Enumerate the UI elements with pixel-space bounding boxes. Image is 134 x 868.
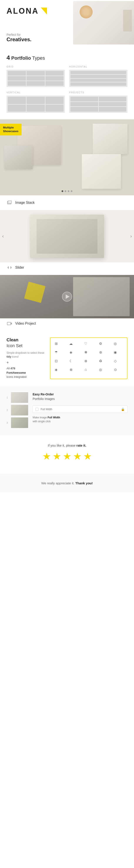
star-3[interactable]: ★	[63, 451, 71, 462]
icon-set-tidy: tidy	[6, 355, 11, 358]
image-stack-label: Image Stack	[15, 201, 34, 205]
portfolio-item-horizontal: HORIZONTAL	[69, 65, 128, 87]
showcase-image-3	[4, 145, 33, 169]
reorder-thumb-item-2: 2	[6, 405, 28, 415]
portfolio-thumb-grid	[6, 70, 65, 87]
icon-cell: ❋	[82, 349, 89, 356]
stars-row: ★ ★ ★ ★ ★	[6, 451, 128, 462]
slider-arrow-right-icon[interactable]: ›	[130, 234, 132, 239]
thumb-cell	[8, 97, 26, 104]
thumb-cell	[27, 71, 45, 75]
portfolio-item-projects: PROJECTS	[69, 91, 128, 113]
icon-cell: ☁	[68, 340, 74, 347]
portfolio-thumb-projects	[69, 95, 128, 113]
reorder-right: Easy Re-Order Portfolio Images Full Widt…	[33, 392, 128, 423]
thumb-cell	[99, 107, 126, 112]
icon-cell: ⊙	[112, 366, 119, 373]
portfolio-item-vertical: VERTICAL	[6, 91, 65, 113]
video-play-icon[interactable]	[61, 291, 73, 302]
showcase-image-2	[93, 124, 128, 154]
thankyou-line2: Thank you!	[75, 481, 93, 485]
logo-text: ALONA	[6, 6, 39, 16]
portfolio-section: 4 Portfolio Types GRID HORIZONTAL	[0, 48, 134, 119]
reorder-title: Easy Re-Order Portfolio Images	[33, 392, 128, 401]
portfolio-count: 4	[6, 54, 10, 61]
icon-cell: ☂	[53, 349, 60, 356]
reorder-thumb-image-1	[11, 392, 28, 403]
star-5[interactable]: ★	[83, 451, 92, 462]
showcase-dot[interactable]	[68, 190, 70, 192]
header-image-placeholder	[73, 1, 134, 44]
icon-cell: ⌂	[82, 366, 89, 373]
thumb-cell	[46, 104, 63, 112]
showcases-badge: Multiple Showcases	[0, 124, 22, 135]
thankyou-text: We really appreciate it. Thank you!	[6, 480, 128, 486]
reorder-thumb-image-3	[11, 417, 28, 428]
portfolio-thumb-vertical	[6, 95, 65, 113]
rating-text-bold: rate it.	[76, 443, 86, 447]
showcases-badge-line2: Showcases	[3, 129, 19, 133]
count-fa: FontAwesome	[6, 371, 26, 374]
fullwidth-desc-bold: Full Width	[48, 416, 60, 419]
count-num: 479	[10, 367, 15, 370]
reorder-thumb-image-2	[11, 405, 28, 415]
fullwidth-desc-suffix: with single click	[33, 420, 51, 423]
portfolio-label-grid: GRID	[6, 65, 14, 68]
svg-marker-2	[7, 266, 9, 269]
header-decorative-images	[66, 0, 134, 45]
fullwidth-desc: Make image Full Width with single click	[33, 415, 128, 423]
star-4[interactable]: ★	[73, 451, 82, 462]
header-section: ALONA Perfect for Creatives.	[0, 0, 134, 48]
fullwidth-checkbox[interactable]	[35, 408, 38, 411]
thumb-cell	[46, 71, 63, 75]
reorder-num-3: 3	[6, 422, 9, 424]
video-icon	[6, 320, 12, 327]
icon-set-plus: +	[6, 361, 46, 365]
icon-cell: ⊡	[53, 358, 60, 364]
thumb-cell	[27, 81, 45, 86]
icon-set-subtitle: Icon Set	[6, 343, 46, 348]
slider-label-row: Slider	[0, 262, 134, 275]
thumb-cell	[46, 97, 63, 104]
thumb-cell	[46, 76, 63, 81]
slider-arrow-left-icon[interactable]: ‹	[2, 234, 4, 239]
thumb-cell	[8, 71, 26, 75]
icon-set-desc-text: Simple dropdown to select these	[6, 351, 44, 354]
icon-cell: ◈	[68, 349, 74, 356]
slider-content: ‹ ›	[0, 210, 134, 262]
thumb-cell	[8, 104, 26, 112]
reorder-title-suffix: Portfolio Images	[33, 397, 55, 401]
portfolio-title: 4 Portfolio Types	[6, 54, 128, 61]
slider-icon	[6, 265, 12, 271]
thumb-cell	[99, 102, 126, 106]
thumb-cell	[71, 97, 98, 101]
svg-rect-1	[8, 201, 11, 203]
svg-marker-7	[11, 322, 12, 324]
video-label-row: Video Project	[0, 318, 134, 331]
icon-cell: ⊕	[82, 358, 89, 364]
thumb-cell	[71, 79, 126, 82]
thankyou-section: We really appreciate it. Thank you!	[0, 474, 134, 492]
star-1[interactable]: ★	[43, 451, 51, 462]
star-2[interactable]: ★	[53, 451, 61, 462]
icon-set-title: Clean	[6, 337, 46, 342]
logo-triangle-icon	[41, 8, 47, 14]
thumb-cell	[71, 71, 126, 74]
icon-set-count: All 479 FontAwesome icons integrated	[6, 366, 46, 379]
icon-set-section: Clean Icon Set Simple dropdown to select…	[0, 331, 134, 385]
video-yellow-accent	[24, 282, 46, 303]
showcase-dot[interactable]	[64, 190, 66, 192]
thumb-cell	[8, 76, 26, 81]
thumb-cell	[71, 107, 98, 112]
icon-set-left: Clean Icon Set Simple dropdown to select…	[6, 337, 46, 379]
thumb-cell	[99, 97, 126, 101]
reorder-num-1: 1	[6, 396, 9, 399]
portfolio-grid: GRID HORIZONTAL	[6, 65, 128, 113]
showcase-dot[interactable]	[61, 190, 63, 192]
showcases-badge-line1: Multiple	[3, 126, 19, 129]
icon-set-desc2: icons!	[12, 355, 19, 358]
count-suffix: icons integrated	[6, 375, 27, 378]
showcase-dot[interactable]	[71, 190, 73, 192]
slider-section: ‹ ›	[0, 210, 134, 262]
portfolio-label-projects: PROJECTS	[69, 91, 84, 94]
